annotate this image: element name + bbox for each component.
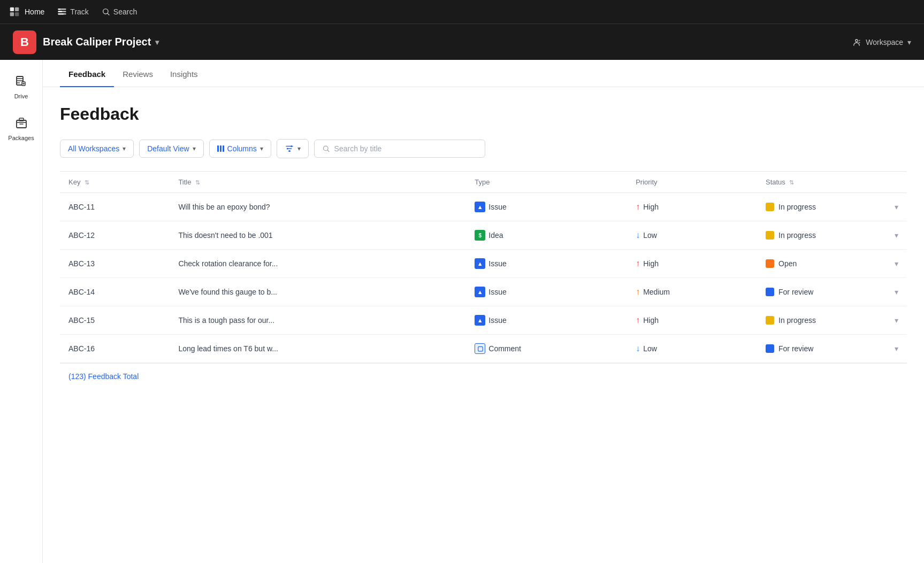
cell-priority: ↓Low [627, 221, 757, 250]
status-label: For review [778, 344, 813, 353]
feedback-total-label: (123) Feedback Total [68, 372, 139, 381]
status-label: In progress [778, 231, 816, 240]
tab-feedback[interactable]: Feedback [60, 60, 114, 87]
table-body: ABC-11Will this be an epoxy bond?▲Issue↑… [60, 193, 907, 363]
priority-arrow-icon: ↑ [636, 315, 640, 325]
type-label: Idea [488, 231, 503, 240]
topbar: Home Track Search [0, 0, 924, 24]
home-nav[interactable]: Home [9, 6, 44, 18]
table-row[interactable]: ABC-13Check rotation clearance for...▲Is… [60, 250, 907, 278]
table-row[interactable]: ABC-16Long lead times on T6 but w...▢Com… [60, 335, 907, 363]
tab-reviews[interactable]: Reviews [114, 60, 162, 87]
workspace-label: Workspace [866, 38, 903, 47]
idea-type-icon: $ [475, 230, 485, 241]
svg-rect-3 [15, 12, 19, 16]
table-row[interactable]: ABC-11Will this be an epoxy bond?▲Issue↑… [60, 193, 907, 221]
headerbar: B Break Caliper Project ▾ Workspace ▾ [0, 24, 924, 60]
sidebar-item-packages[interactable]: Packages [2, 112, 40, 145]
cell-type: ▢Comment [466, 335, 627, 363]
filter-button[interactable]: ▾ [277, 139, 309, 158]
priority-arrow-icon: ↑ [636, 259, 640, 268]
status-dot [766, 231, 774, 240]
cell-type: ▲Issue [466, 306, 627, 335]
status-label: In progress [778, 203, 816, 211]
col-header-title: Title ⇅ [170, 172, 466, 193]
page-title: Feedback [60, 104, 907, 124]
all-workspaces-chevron-icon: ▾ [123, 145, 126, 152]
columns-button[interactable]: Columns ▾ [209, 140, 271, 158]
search-box[interactable] [314, 140, 485, 158]
col-header-status: Status ⇅ [757, 172, 907, 193]
cell-priority: ↑High [627, 306, 757, 335]
columns-chevron-icon: ▾ [260, 145, 263, 152]
sidebar-item-drive[interactable]: Drive [8, 71, 35, 104]
table-row[interactable]: ABC-15This is a tough pass for our...▲Is… [60, 306, 907, 335]
filter-chevron-icon: ▾ [297, 145, 301, 152]
project-chevron-icon: ▾ [155, 38, 159, 47]
issue-type-icon: ▲ [475, 202, 485, 212]
status-chevron-icon[interactable]: ▾ [895, 203, 898, 211]
cell-priority: ↑High [627, 193, 757, 221]
key-sort-icon[interactable]: ⇅ [85, 179, 89, 186]
track-icon [57, 7, 67, 17]
home-label: Home [25, 7, 44, 16]
default-view-button[interactable]: Default View ▾ [139, 140, 203, 158]
issue-type-icon: ▲ [475, 258, 485, 269]
search-nav[interactable]: Search [102, 7, 137, 16]
priority-arrow-icon: ↓ [636, 230, 640, 240]
svg-rect-8 [58, 11, 63, 12]
cell-type: ▲Issue [466, 193, 627, 221]
search-input[interactable] [334, 144, 477, 153]
columns-icon [217, 145, 224, 152]
status-chevron-icon[interactable]: ▾ [895, 259, 898, 268]
track-nav[interactable]: Track [57, 7, 88, 17]
tabs-bar: Feedback Reviews Insights [43, 60, 924, 87]
cell-status: For review▾ [757, 278, 907, 306]
cell-title: Will this be an epoxy bond? [170, 193, 466, 221]
svg-rect-9 [58, 13, 64, 14]
cell-key: ABC-13 [60, 250, 170, 278]
cell-status: In progress▾ [757, 306, 907, 335]
table-header: Key ⇅ Title ⇅ Type Priority [60, 172, 907, 193]
cell-title: This is a tough pass for our... [170, 306, 466, 335]
table-footer: (123) Feedback Total [60, 363, 907, 389]
workspace-button[interactable]: Workspace ▾ [852, 37, 911, 47]
cell-status: For review▾ [757, 335, 907, 363]
tab-insights[interactable]: Insights [162, 60, 207, 87]
cell-key: ABC-15 [60, 306, 170, 335]
sidebar: Drive Packages [0, 60, 43, 563]
priority-label: Low [643, 231, 657, 240]
search-icon [102, 7, 110, 16]
cell-status: In progress▾ [757, 193, 907, 221]
status-dot [766, 288, 774, 296]
feedback-table: Key ⇅ Title ⇅ Type Priority [60, 171, 907, 363]
cell-title: We've found this gauge to b... [170, 278, 466, 306]
packages-icon [15, 117, 28, 133]
filter-icon [285, 144, 294, 153]
status-sort-icon[interactable]: ⇅ [789, 179, 794, 186]
status-chevron-icon[interactable]: ▾ [895, 231, 898, 240]
table-row[interactable]: ABC-12This doesn't need to be .001$Idea↓… [60, 221, 907, 250]
cell-priority: ↓Low [627, 335, 757, 363]
priority-arrow-icon: ↑ [636, 287, 640, 297]
cell-title: This doesn't need to be .001 [170, 221, 466, 250]
cell-priority: ↑High [627, 250, 757, 278]
issue-type-icon: ▲ [475, 287, 485, 297]
content-area: Feedback Reviews Insights Feedback All W… [43, 60, 924, 563]
cell-key: ABC-14 [60, 278, 170, 306]
all-workspaces-button[interactable]: All Workspaces ▾ [60, 140, 134, 158]
type-label: Issue [488, 288, 506, 296]
project-name-button[interactable]: Break Caliper Project ▾ [43, 36, 159, 48]
table-row[interactable]: ABC-14We've found this gauge to b...▲Iss… [60, 278, 907, 306]
svg-rect-7 [58, 9, 61, 10]
workspace-chevron-icon: ▾ [907, 38, 911, 47]
cell-type: ▲Issue [466, 250, 627, 278]
title-sort-icon[interactable]: ⇅ [195, 179, 200, 186]
col-header-type: Type [466, 172, 627, 193]
status-chevron-icon[interactable]: ▾ [895, 288, 898, 296]
type-label: Issue [488, 316, 506, 325]
status-chevron-icon[interactable]: ▾ [895, 316, 898, 325]
priority-label: Medium [643, 288, 670, 296]
status-chevron-icon[interactable]: ▾ [895, 344, 898, 353]
track-label: Track [70, 7, 88, 16]
